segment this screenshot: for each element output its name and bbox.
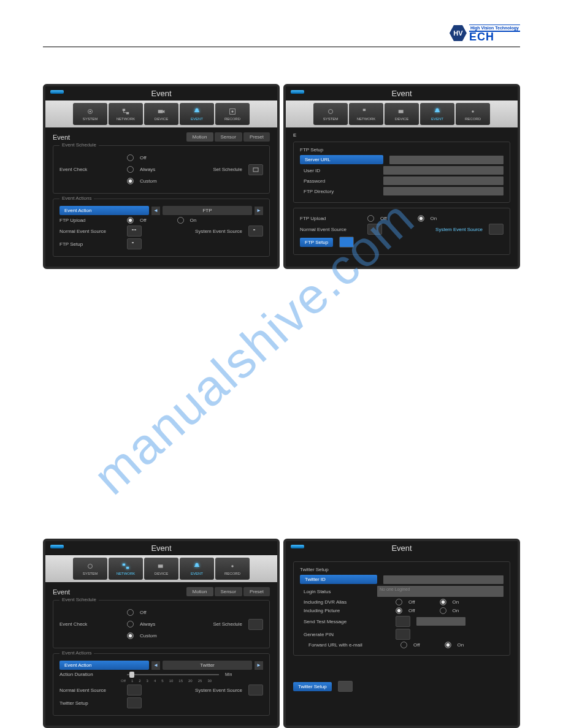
input-user-id[interactable] [383,166,504,175]
label-set-schedule: Set Schedule [213,167,242,172]
send-test-button[interactable] [396,616,410,627]
svg-point-16 [88,564,93,569]
radio-pic-on[interactable] [440,607,446,614]
svg-rect-2 [123,109,125,112]
toolbar-record[interactable]: RECORD [215,558,250,580]
toolbar-system[interactable]: SYSTEM [73,558,107,580]
login-status-value: No one Logined [377,586,504,597]
radio-off[interactable] [127,609,134,616]
radio-fwd-on[interactable] [445,642,451,648]
system-src-button[interactable] [248,226,263,237]
brand-logo: HV High Vision Technology ECH [43,25,520,42]
twitter-setup-pill[interactable]: Twitter Setup [293,682,332,691]
svg-rect-9 [134,229,136,230]
set-schedule-button[interactable] [248,619,263,630]
toolbar-device[interactable]: DEVICE [144,103,178,125]
toolbar-network[interactable]: NETWORK [349,103,383,125]
network-icon [121,107,131,116]
toolbar-device[interactable]: DEVICE [385,103,419,125]
label-event-check: Event Check [59,167,121,172]
radio-pic-off[interactable] [396,607,402,614]
tab-sensor[interactable]: Sensor [215,132,242,142]
input-ftp-dir[interactable] [383,187,504,195]
radio-alias-on[interactable] [440,599,446,605]
camera-icon [156,107,166,116]
ftp-setup-pill[interactable]: FTP Setup [300,238,333,247]
screenshot-ftp-setup: Event SYSTEM NETWORK DEVICE EVENT RECORD… [283,84,520,269]
ftp-setup-button[interactable] [127,238,142,249]
event-action-pill[interactable]: Event Action [59,206,149,215]
toolbar-event[interactable]: EVENT [180,103,214,125]
toolbar-system[interactable]: SYSTEM [73,103,107,125]
label-system-src: System Event Source [195,688,242,693]
label-fwd-url: Forward URL with e-mail [300,642,394,648]
prev-arrow-icon[interactable]: ◄ [151,661,160,670]
label-login-status: Login Status [300,589,371,594]
prev-arrow-icon[interactable]: ◄ [151,207,160,215]
window-title: Event [391,89,412,98]
tab-motion[interactable]: Motion [186,587,213,596]
legend-actions: Event Actions [59,650,94,656]
record-icon [228,562,237,571]
input-password[interactable] [383,176,504,185]
tab-preset[interactable]: Preset [243,587,270,596]
next-arrow-icon[interactable]: ► [255,661,263,670]
tab-motion[interactable]: Motion [186,132,213,142]
label-set-schedule: Set Schedule [213,621,242,627]
radio-custom[interactable] [127,178,134,184]
event-action-pill[interactable]: Event Action [59,661,149,670]
svg-rect-19 [158,564,163,567]
twitter-setup-button[interactable] [127,697,142,708]
svg-rect-18 [126,567,129,569]
gen-pin-button[interactable] [396,629,410,640]
label-event-check: Event Check [59,621,121,627]
ftp-setup-button[interactable] [339,237,354,248]
tab-sensor[interactable]: Sensor [215,587,242,596]
radio-fwd-off[interactable] [400,642,407,648]
radio-always[interactable] [127,621,134,628]
radio-custom[interactable] [127,632,134,639]
field-server-url[interactable]: Server URL [300,155,383,164]
svg-rect-8 [132,229,134,230]
normal-src-button[interactable] [127,684,142,696]
label-action-duration: Action Duration [59,672,121,677]
action-type-ftp: FTP [163,206,252,215]
field-twitter-id[interactable]: Twitter ID [300,575,377,584]
radio-ftp-on[interactable] [418,215,424,222]
toolbar-record[interactable]: RECORD [215,103,250,125]
toolbar-device[interactable]: DEVICE [144,558,178,580]
input-twitter-id[interactable] [383,575,504,584]
toolbar-event[interactable]: EVENT [180,558,214,580]
system-src-button[interactable] [489,224,504,235]
set-schedule-button[interactable] [248,164,263,175]
toolbar-network[interactable]: NETWORK [109,558,143,580]
radio-always[interactable] [127,166,134,173]
radio-ftp-off[interactable] [367,215,374,222]
send-test-field[interactable] [416,617,465,626]
gear-icon [85,107,95,116]
next-arrow-icon[interactable]: ► [255,207,263,215]
toolbar-event[interactable]: EVENT [420,103,454,125]
radio-off[interactable] [127,154,134,161]
power-led-icon [50,90,64,94]
toolbar-record[interactable]: RECORD [456,103,490,125]
normal-src-button[interactable] [367,224,382,235]
toolbar-system[interactable]: SYSTEM [313,103,348,125]
twitter-setup-heading: Twitter Setup [300,567,504,572]
legend-actions: Event Actions [59,195,94,201]
input-server-url[interactable] [389,156,504,164]
twitter-setup-open-button[interactable] [338,681,353,692]
brand-name: ECH [469,32,520,42]
tab-preset[interactable]: Preset [243,132,270,142]
label-min: Min [225,672,232,677]
svg-rect-7 [253,168,258,172]
svg-point-20 [231,565,234,567]
radio-alias-off[interactable] [396,599,402,605]
svg-rect-14 [399,110,404,113]
radio-ftp-on[interactable] [177,217,184,224]
system-src-button[interactable] [248,684,263,696]
toolbar-network[interactable]: NETWORK [109,103,143,125]
radio-ftp-off[interactable] [127,217,134,224]
duration-slider[interactable] [127,674,219,675]
normal-src-button[interactable] [127,226,142,237]
